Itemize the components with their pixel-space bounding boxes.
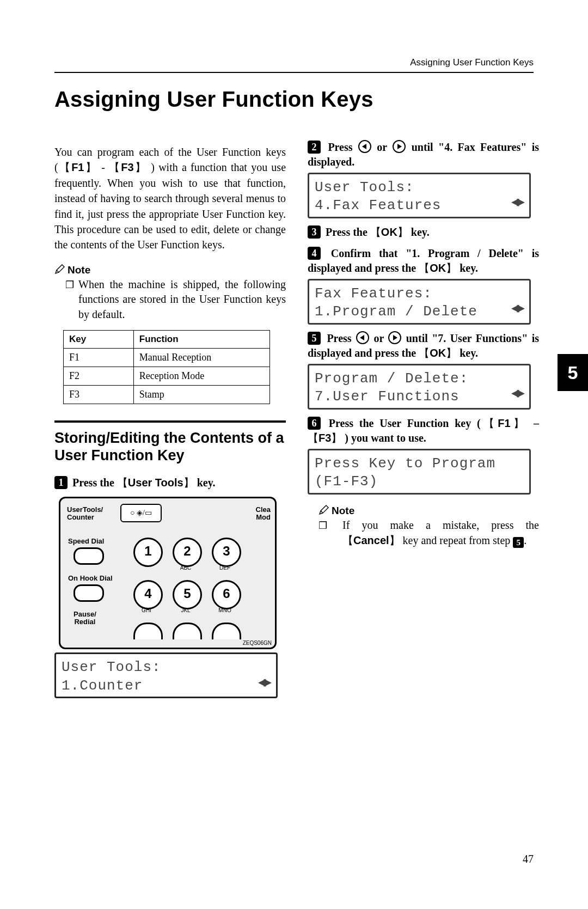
table-row: F1Manual Reception — [64, 348, 270, 367]
label-usertools: UserTools/Counter — [67, 506, 103, 521]
left-arrow-icon — [356, 331, 369, 344]
step-number-icon: 4 — [308, 247, 321, 260]
note-item: If you make a mistake, press the Cancel … — [308, 518, 539, 548]
note-heading: Note — [318, 504, 539, 517]
key-9-partial — [212, 623, 241, 639]
label-speed-dial: Speed Dial — [68, 538, 104, 545]
key-1: 1 — [133, 538, 163, 567]
step-number-icon: 3 — [308, 225, 321, 239]
left-arrow-icon — [358, 140, 371, 153]
running-head: Assigning User Function Keys — [410, 57, 534, 68]
table-row: F2Reception Mode — [64, 367, 270, 385]
key-8-partial — [173, 623, 202, 639]
section-heading: Storing/Editing the Contents of a User F… — [54, 429, 286, 465]
section-rule — [54, 420, 286, 423]
lcd-arrows-icon: ◀▶ — [258, 675, 270, 692]
control-panel-illustration: UserTools/Counter ○ ◈/▭ CleaMod Speed Di… — [59, 497, 277, 649]
step-number-icon: 6 — [308, 417, 321, 430]
right-arrow-icon — [393, 140, 406, 153]
th-function: Function — [133, 330, 270, 348]
usertools-key: ○ ◈/▭ — [120, 504, 162, 522]
key-3: 3 — [212, 538, 241, 567]
page-title: Assigning User Function Keys — [54, 87, 539, 112]
on-hook-dial-key — [74, 584, 104, 602]
note-item: When the machine is shipped, the followi… — [54, 277, 286, 322]
step-3: 3 Press the OK key. — [308, 225, 539, 240]
th-key: Key — [64, 330, 134, 348]
step-4: 4 Confirm that "1. Program / Delete" is … — [308, 246, 539, 276]
key-4: 4 — [133, 580, 163, 609]
lcd-arrows-icon: ◀▶ — [511, 386, 523, 402]
key-5: 5 — [173, 580, 202, 609]
lcd-display-2: User Tools: 4.Fax Features ◀▶ — [308, 173, 531, 218]
step-number-icon: 1 — [54, 476, 68, 489]
step-ref-icon: 5 — [513, 537, 524, 548]
key-7-partial — [133, 623, 163, 639]
lcd-display-5: Press Key to Program (F1-F3) — [308, 449, 531, 495]
header-rule — [54, 72, 534, 73]
note-heading: Note — [54, 264, 286, 276]
lcd-arrows-icon: ◀▶ — [511, 194, 523, 211]
chapter-tab: 5 — [558, 354, 588, 391]
speed-dial-key — [74, 547, 104, 565]
step-2: 2 Press or until "4. Fax Features" is di… — [308, 140, 539, 169]
step-6: 6 Press the User Function key (F1 – F3 )… — [308, 416, 539, 446]
label-clear: CleaMod — [256, 506, 271, 521]
key-6: 6 — [212, 580, 241, 609]
lcd-display-3: Fax Features: 1.Program / Delete ◀▶ — [308, 279, 531, 325]
lcd-display-1: User Tools: 1.Counter ◀▶ — [54, 652, 278, 698]
step-number-icon: 2 — [308, 141, 321, 154]
pencil-icon — [54, 264, 65, 274]
key-2: 2 — [173, 538, 202, 567]
figure-code: ZEQS06GN — [243, 640, 272, 646]
table-row: F3Stamp — [64, 385, 270, 404]
default-functions-table: Key Function F1Manual Reception F2Recept… — [63, 330, 270, 404]
page-number: 47 — [523, 853, 534, 865]
lcd-arrows-icon: ◀▶ — [511, 301, 523, 318]
step-1: 1 Press the User Tools key. — [54, 475, 286, 490]
right-arrow-icon — [388, 331, 401, 344]
label-on-hook-dial: On Hook Dial — [68, 575, 113, 582]
step-number-icon: 5 — [308, 332, 321, 345]
label-pause-redial: Pause/Redial — [74, 611, 96, 625]
pencil-icon — [318, 504, 329, 515]
step-5: 5 Press or until "7. User Functions" is … — [308, 331, 539, 361]
intro-paragraph: You can program each of the User Functio… — [54, 144, 286, 253]
lcd-display-4: Program / Delete: 7.User Functions ◀▶ — [308, 364, 531, 410]
